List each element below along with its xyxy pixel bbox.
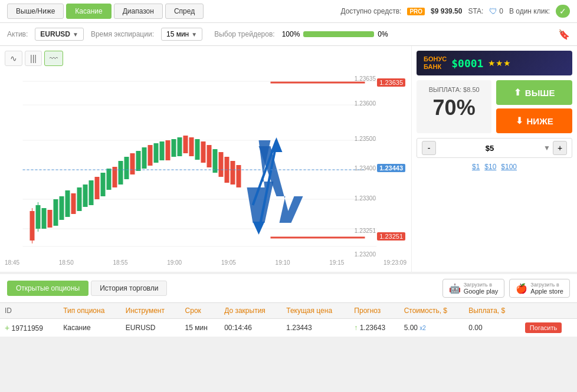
col-type: Тип опциона [58, 303, 121, 319]
amount-dropdown[interactable]: ▼ [543, 144, 550, 152]
svg-rect-14 [48, 210, 53, 228]
quick-amt-100[interactable]: $100 [501, 163, 517, 171]
expiry-label: Время экспирации: [91, 30, 154, 38]
svg-rect-31 [148, 145, 153, 166]
amount-minus-btn[interactable]: - [422, 141, 436, 155]
payout-box: ВЫПЛАТА: $8.50 70% [417, 80, 491, 133]
traders-label: Выбор трейдеров: [214, 30, 274, 38]
up-arrow-icon: ⬆ [514, 87, 522, 98]
amount-plus-btn[interactable]: + [553, 141, 567, 155]
payout-row: ВЫПЛАТА: $8.50 70% ⬆ ВЫШЕ ⬇ НИЖЕ [417, 80, 572, 133]
asset-value: EURUSD [40, 30, 70, 38]
quick-amt-1[interactable]: $1 [472, 163, 480, 171]
chart-tool-line[interactable]: ∿ [5, 51, 22, 66]
tab-open-options[interactable]: Открытые опционы [7, 281, 88, 296]
bonus-stars: ★★★ [488, 58, 511, 68]
cost-val: 5.00 [404, 324, 418, 332]
svg-rect-16 [60, 196, 64, 220]
asset-label: Актив: [7, 30, 28, 38]
price-high-value: 1.23635 [377, 78, 405, 87]
col-id: ID [0, 303, 58, 319]
svg-rect-41 [207, 145, 212, 167]
google-play-store-label: Google play [464, 288, 499, 295]
time-4: 19:00 [167, 259, 182, 266]
bonus-banner: БОНУС БАНК $0001 ★★★ [417, 51, 572, 75]
svg-rect-45 [231, 161, 235, 185]
bookmark-icon[interactable]: 🔖 [558, 29, 570, 40]
btn-up-label: ВЫШЕ [525, 88, 555, 98]
price-current-label: 1.23443 [377, 164, 405, 172]
amount-row: - $5 ▼ + [417, 138, 572, 158]
tab-touch[interactable]: Касание [66, 4, 111, 19]
svg-rect-28 [130, 153, 135, 174]
svg-rect-39 [195, 139, 200, 160]
traders-pct-right: 0% [378, 30, 388, 38]
chart-tools: ∿ ||| 〰 [5, 51, 406, 66]
svg-rect-18 [71, 193, 76, 214]
google-play-sublabel: Загрузить в [464, 282, 499, 288]
expiry-select[interactable]: 15 мин ▼ [161, 28, 202, 41]
axis-price-3: 1.23500 [355, 136, 376, 142]
btn-down[interactable]: ⬇ НИЖЕ [496, 108, 572, 133]
shield-icon: 🛡 [489, 6, 497, 16]
svg-rect-33 [160, 141, 165, 160]
time-2: 18:50 [59, 259, 74, 266]
quick-amt-10[interactable]: $10 [484, 163, 496, 171]
header: Выше/Ниже Касание Диапазон Спред Доступн… [0, 0, 577, 23]
chart-tool-candle[interactable]: 〰 [44, 51, 63, 66]
sta-label: STA: [468, 7, 483, 15]
toggle-checkmark: ✓ [559, 6, 566, 16]
traders-bar-bg [303, 31, 374, 37]
axis-price-7: 1.23200 [355, 251, 376, 258]
close-btn[interactable]: Погасить [525, 322, 562, 333]
multiplier: x2 [419, 325, 426, 331]
chart-svg [5, 70, 406, 258]
col-instrument: Инструмент [121, 303, 181, 319]
axis-price-4: 1.23400 [355, 165, 376, 172]
android-icon: 🤖 [449, 283, 461, 294]
price-low-value: 1.23251 [377, 232, 405, 241]
svg-rect-42 [213, 149, 218, 173]
chart-svg-wrap: 1.23635 1.23443 1.23251 1.23635 1.23600 … [5, 70, 406, 258]
apple-store-btn[interactable]: 🍎 Загрузить в Apple store [509, 279, 570, 298]
quick-amounts: $1 $10 $100 [417, 163, 572, 171]
svg-rect-17 [65, 190, 70, 217]
tab-range[interactable]: Диапазон [114, 4, 163, 19]
svg-rect-15 [54, 199, 58, 226]
asset-select[interactable]: EURUSD ▼ [35, 28, 84, 41]
expiry-dropdown-arrow: ▼ [191, 31, 197, 38]
google-play-text: Загрузить в Google play [464, 282, 499, 295]
axis-price-1: 1.23635 [355, 75, 376, 82]
svg-rect-36 [178, 137, 182, 156]
col-cost: Стоимость, $ [399, 303, 464, 319]
apple-sublabel: Загрузить в [530, 282, 563, 288]
tab-trade-history[interactable]: История торговли [91, 281, 167, 296]
sta-value: 0 [499, 7, 503, 15]
header-right: Доступно средств: PRO $9 939.50 STA: 🛡 0… [340, 5, 570, 18]
google-play-btn[interactable]: 🤖 Загрузить в Google play [442, 279, 505, 298]
chart-container: ∿ ||| 〰 [0, 46, 412, 272]
tab-spread[interactable]: Спред [165, 4, 204, 19]
pro-badge: PRO [407, 8, 425, 15]
asset-bar: Актив: EURUSD ▼ Время экспирации: 15 мин… [0, 23, 577, 46]
bonus-label1: БОНУС [424, 55, 447, 63]
cell-term: 15 мин [181, 319, 220, 337]
forecast-icon: ↑ [354, 324, 358, 332]
one-click-toggle[interactable]: ✓ [556, 5, 570, 18]
svg-rect-46 [237, 165, 241, 187]
sta-badge: 🛡 0 [489, 6, 503, 16]
chart-tool-bar[interactable]: ||| [25, 51, 42, 66]
bonus-amount: $0001 [451, 57, 483, 70]
svg-rect-35 [172, 139, 176, 157]
time-7: 19:15 [329, 259, 344, 266]
amount-value: $5 [438, 144, 541, 153]
btn-up[interactable]: ⬆ ВЫШЕ [496, 80, 572, 105]
svg-rect-24 [107, 169, 112, 190]
available-funds-label: Доступно средств: [340, 7, 401, 15]
tab-above-below[interactable]: Выше/Ниже [7, 4, 64, 19]
price-current-value: 1.23443 [377, 164, 405, 172]
svg-rect-43 [219, 152, 224, 177]
svg-rect-13 [42, 208, 47, 229]
svg-rect-32 [154, 143, 159, 163]
add-icon[interactable]: + [5, 323, 9, 332]
